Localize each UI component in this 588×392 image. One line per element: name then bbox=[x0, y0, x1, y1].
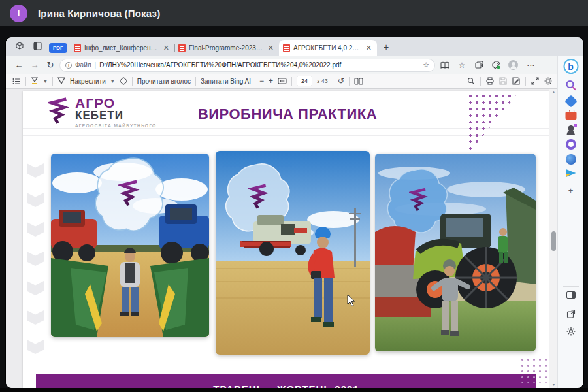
tab-info-list[interactable]: Інфо_лист_Конференція_АГРАР ✕ bbox=[70, 40, 174, 56]
dot-pattern-bottom-right bbox=[519, 357, 549, 383]
presenter-avatar: I bbox=[10, 5, 27, 22]
site-info-icon[interactable]: i bbox=[65, 62, 72, 69]
zoom-out-icon[interactable]: − bbox=[259, 76, 264, 86]
pdf-scrollbar[interactable]: ▲ ▼ bbox=[549, 89, 557, 388]
add-sidebar-app-icon[interactable]: + bbox=[568, 186, 574, 195]
page-number-input[interactable]: 24 bbox=[297, 76, 312, 86]
profile-avatar[interactable] bbox=[508, 60, 518, 70]
eraser-icon[interactable] bbox=[120, 77, 127, 85]
page-count: з 43 bbox=[317, 78, 328, 84]
pdf-file-icon bbox=[178, 44, 186, 52]
sidebar-panel-icon[interactable] bbox=[566, 291, 576, 299]
games-icon[interactable] bbox=[568, 125, 574, 131]
tab-final-programme[interactable]: Final-Programme-2023.pdf ✕ bbox=[174, 40, 279, 56]
draw-button[interactable]: Накреслити bbox=[70, 78, 106, 85]
scroll-down-icon[interactable]: ▼ bbox=[549, 383, 557, 387]
shopping-tag-icon[interactable] bbox=[564, 95, 578, 108]
toc-icon[interactable] bbox=[12, 78, 21, 85]
pdf-mode-badge[interactable]: PDF bbox=[49, 43, 67, 53]
pdf-viewer: АГРО КЕБЕТИ АГРООСВІТА МАЙБУТНЬОГО ВИРОБ… bbox=[6, 89, 557, 388]
microsoft-365-icon[interactable] bbox=[566, 154, 576, 165]
slide-title: ВИРОБНИЧА ПРАКТИКА bbox=[170, 106, 405, 123]
collections-icon[interactable] bbox=[472, 61, 486, 69]
highlighter-icon[interactable] bbox=[31, 77, 39, 85]
photo-green-tractor bbox=[375, 154, 536, 351]
presenter-name: Ірина Кирпичова (Показ) bbox=[38, 8, 160, 19]
photo-combine-harvester bbox=[216, 151, 370, 355]
read-aloud-button[interactable]: Прочитати вголос bbox=[137, 78, 191, 85]
fullscreen-icon[interactable] bbox=[531, 77, 539, 85]
browser-menu-icon[interactable]: ⋯ bbox=[523, 61, 538, 70]
slide-logo: АГРО КЕБЕТИ АГРООСВІТА МАЙБУТНЬОГО bbox=[48, 97, 157, 128]
tab-strip: PDF Інфо_лист_Конференція_АГРАР ✕ Final-… bbox=[6, 37, 583, 56]
scroll-up-icon[interactable]: ▲ bbox=[549, 90, 557, 94]
photo-two-tractors-field bbox=[51, 154, 209, 337]
pdf-toolbar: ▼ Накреслити ▼ Прочитати вголос Запитати… bbox=[6, 74, 557, 89]
back-icon[interactable]: ← bbox=[12, 60, 25, 70]
pdf-file-icon bbox=[74, 44, 81, 52]
chevron-down-icon[interactable]: ▼ bbox=[110, 79, 115, 84]
edge-sidebar-rail: b + bbox=[557, 56, 583, 388]
forward-icon[interactable]: → bbox=[28, 60, 41, 70]
workspaces-icon[interactable] bbox=[15, 42, 25, 52]
browser-window: PDF Інфо_лист_Конференція_АГРАР ✕ Final-… bbox=[6, 37, 583, 388]
draw-pen-icon[interactable] bbox=[57, 77, 65, 85]
save-as-icon[interactable] bbox=[512, 77, 520, 85]
refresh-icon[interactable]: ↻ bbox=[44, 60, 57, 70]
scrollbar-thumb[interactable] bbox=[551, 231, 556, 251]
close-icon[interactable]: ✕ bbox=[162, 44, 171, 52]
dot-pattern-top-right bbox=[467, 93, 518, 155]
favorite-star-icon[interactable]: ☆ bbox=[423, 61, 429, 69]
search-document-icon[interactable] bbox=[467, 77, 475, 85]
zoom-in-icon[interactable]: + bbox=[269, 76, 273, 86]
toolbox-icon[interactable] bbox=[565, 112, 576, 120]
tab-agrokebety-active[interactable]: АГРОКЕБЕТИ 4,0 2022.pdf ✕ bbox=[279, 40, 377, 56]
sidebar-settings-icon[interactable] bbox=[566, 327, 576, 336]
open-external-icon[interactable] bbox=[566, 310, 575, 318]
pdf-page: АГРО КЕБЕТИ АГРООСВІТА МАЙБУТНЬОГО ВИРОБ… bbox=[23, 91, 549, 388]
sidebar-search-icon[interactable] bbox=[565, 80, 576, 91]
favorites-icon[interactable]: ☆ bbox=[455, 61, 469, 70]
close-icon[interactable]: ✕ bbox=[267, 44, 275, 52]
mouse-cursor bbox=[347, 294, 355, 309]
settings-gear-icon[interactable] bbox=[544, 77, 552, 85]
chevron-down-icon[interactable]: ▼ bbox=[43, 79, 48, 84]
presenter-bar: I Ірина Кирпичова (Показ) bbox=[0, 0, 588, 26]
address-bar-row: ← → ↻ i Файл | D:/ЛНУ%20Шевченка/АГРОКЕБ… bbox=[6, 56, 557, 74]
messenger-icon[interactable] bbox=[566, 169, 576, 177]
address-input[interactable]: i Файл | D:/ЛНУ%20Шевченка/АГРОКЕБЕТИ%20… bbox=[59, 59, 435, 72]
address-path: D:/ЛНУ%20Шевченка/АГРОКЕБЕТИ%20ФПН/АГРОК… bbox=[99, 61, 419, 69]
reading-mode-icon[interactable] bbox=[438, 61, 452, 69]
pdf-file-icon bbox=[283, 44, 290, 52]
rotate-icon[interactable]: ↺ bbox=[338, 76, 344, 86]
shopping-icon[interactable] bbox=[489, 61, 503, 69]
fit-width-icon[interactable] bbox=[278, 78, 287, 84]
bing-chat-icon[interactable]: b bbox=[563, 59, 578, 74]
close-icon[interactable]: ✕ bbox=[365, 44, 373, 52]
slide-footer-bar: ТРАВЕНЬ – ЖОВТЕНЬ 2021 bbox=[36, 374, 536, 388]
loop-app-icon[interactable] bbox=[566, 139, 576, 150]
tab-search-icon[interactable] bbox=[33, 42, 44, 52]
save-icon[interactable] bbox=[499, 77, 507, 85]
agrokebety-logo-icon bbox=[48, 97, 70, 125]
person-in-coveralls bbox=[498, 228, 508, 263]
page-layout-icon[interactable] bbox=[354, 78, 363, 85]
new-tab-button[interactable]: + bbox=[384, 42, 389, 52]
print-icon[interactable] bbox=[486, 77, 494, 85]
ask-bing-button[interactable]: Запитати Bing AI bbox=[201, 78, 251, 85]
